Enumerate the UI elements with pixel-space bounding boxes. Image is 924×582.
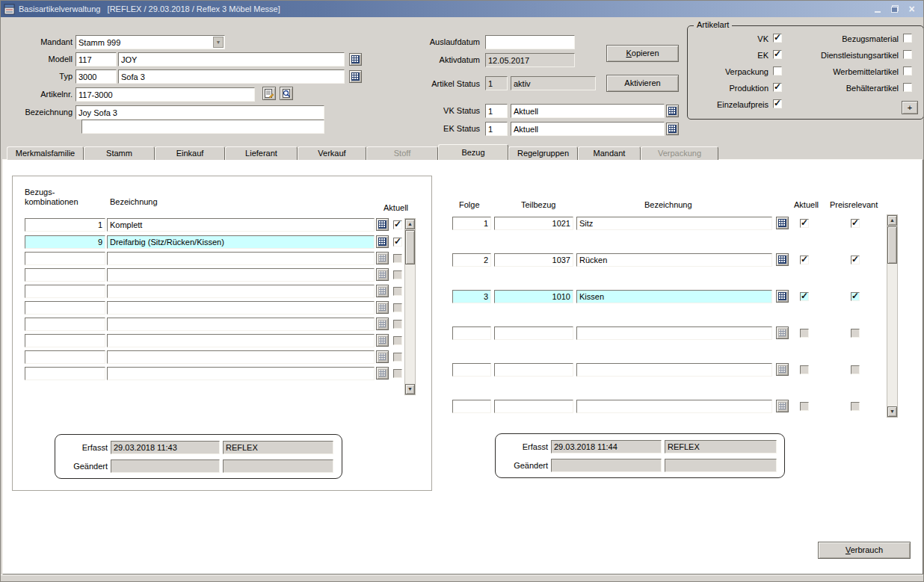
bezugskombination-bezeichnung-field[interactable] bbox=[107, 350, 375, 364]
vk-status-code-field[interactable] bbox=[485, 104, 508, 118]
bezugskombination-nr-field[interactable] bbox=[25, 252, 105, 265]
kopieren-button[interactable]: Kopieren bbox=[606, 45, 679, 62]
lov-button[interactable] bbox=[776, 253, 789, 266]
folge-field[interactable] bbox=[452, 217, 491, 230]
folge-field[interactable] bbox=[452, 253, 491, 267]
artikelart-ek-checkbox[interactable] bbox=[773, 50, 782, 59]
modell-code-field[interactable] bbox=[76, 52, 117, 66]
folge-field[interactable] bbox=[452, 326, 491, 340]
teilbezug-field[interactable] bbox=[494, 363, 573, 377]
folge-field[interactable] bbox=[452, 400, 491, 413]
tab-stamm[interactable]: Stamm bbox=[84, 146, 155, 160]
scrollbar-thumb[interactable] bbox=[887, 226, 897, 264]
restore-button[interactable] bbox=[889, 4, 900, 15]
tab-einkauf[interactable]: Einkauf bbox=[155, 146, 225, 160]
mandant-field[interactable] bbox=[76, 35, 225, 49]
modell-lov-button[interactable] bbox=[349, 53, 362, 66]
teilbezug-field[interactable] bbox=[494, 400, 573, 413]
scroll-down-button[interactable]: ▼ bbox=[405, 384, 415, 394]
artikelart-werbemittelartikel-checkbox[interactable] bbox=[903, 66, 912, 75]
tab-regelgruppen[interactable]: Regelgruppen bbox=[508, 146, 578, 160]
folge-field[interactable] bbox=[452, 290, 491, 303]
teilbezug-bezeichnung-field[interactable] bbox=[576, 290, 772, 303]
lov-button[interactable] bbox=[776, 290, 789, 303]
bezugskombination-nr-field[interactable] bbox=[25, 367, 105, 380]
vk-status-text-field[interactable] bbox=[511, 104, 665, 118]
teilbezug-field[interactable] bbox=[494, 217, 573, 230]
bezugskombination-bezeichnung-field[interactable] bbox=[107, 301, 375, 315]
bezugskombination-bezeichnung-field[interactable] bbox=[107, 218, 375, 232]
tab-merkmalsfamilie[interactable]: Merkmalsfamilie bbox=[7, 146, 84, 160]
artikelart-verpackung-checkbox[interactable] bbox=[773, 66, 782, 75]
verbrauch-button[interactable]: Verbrauch bbox=[818, 542, 911, 559]
lov-button[interactable] bbox=[776, 217, 789, 229]
scrollbar-thumb[interactable] bbox=[405, 230, 415, 264]
aktuell-checkbox[interactable] bbox=[393, 220, 402, 229]
tab-bezug[interactable]: Bezug bbox=[438, 144, 508, 160]
mandant-dropdown-button[interactable]: ▼ bbox=[213, 37, 224, 48]
teilbezug-field[interactable] bbox=[494, 253, 573, 267]
modell-name-field[interactable] bbox=[118, 52, 345, 66]
artikelart-plus-button[interactable]: + bbox=[902, 101, 918, 114]
bezugskombination-bezeichnung-field[interactable] bbox=[107, 252, 375, 265]
scroll-down-button[interactable]: ▼ bbox=[887, 406, 897, 417]
bezugskombination-bezeichnung-field[interactable] bbox=[107, 367, 375, 380]
bezugskombination-nr-field[interactable] bbox=[25, 218, 105, 232]
teilbezug-bezeichnung-field[interactable] bbox=[576, 217, 772, 230]
bezeichnung2-field[interactable] bbox=[81, 120, 324, 134]
bezugskombinationen-scrollbar[interactable]: ▲ ▼ bbox=[404, 218, 416, 395]
minimize-button[interactable] bbox=[872, 4, 883, 15]
artikelnr-edit-button[interactable] bbox=[262, 87, 276, 100]
tab-lieferant[interactable]: Lieferant bbox=[225, 146, 298, 160]
bezeichnung-field[interactable] bbox=[76, 105, 324, 120]
aktuell-checkbox[interactable] bbox=[393, 238, 402, 247]
bezugskombination-nr-field[interactable] bbox=[25, 334, 105, 347]
aktivieren-button[interactable]: Aktivieren bbox=[606, 75, 679, 92]
bezugskombination-bezeichnung-field[interactable] bbox=[107, 334, 375, 347]
typ-lov-button[interactable] bbox=[349, 70, 362, 83]
bezugskombination-nr-field[interactable] bbox=[25, 268, 105, 282]
scroll-up-button[interactable]: ▲ bbox=[405, 219, 415, 229]
lov-button[interactable] bbox=[376, 235, 389, 248]
auslaufdatum-field[interactable] bbox=[485, 35, 575, 49]
bezugskombination-bezeichnung-field[interactable] bbox=[107, 285, 375, 298]
bezugskombination-nr-field[interactable] bbox=[25, 350, 105, 364]
typ-name-field[interactable] bbox=[118, 69, 345, 84]
aktuell-checkbox[interactable] bbox=[800, 256, 809, 264]
teilbezug-field[interactable] bbox=[494, 290, 573, 303]
aktuell-checkbox[interactable] bbox=[800, 292, 809, 301]
artikelart-vk-checkbox[interactable] bbox=[773, 34, 782, 43]
teilbezuege-scrollbar[interactable]: ▲ ▼ bbox=[887, 214, 898, 418]
ek-status-lov-button[interactable] bbox=[666, 123, 679, 135]
artikelart-behaelterartikel-checkbox[interactable] bbox=[903, 83, 912, 92]
artikelnr-search-button[interactable] bbox=[280, 87, 293, 100]
artikelnr-field[interactable] bbox=[76, 87, 255, 102]
preisrelevant-checkbox[interactable] bbox=[851, 219, 860, 228]
preisrelevant-checkbox[interactable] bbox=[851, 292, 860, 301]
typ-code-field[interactable] bbox=[76, 69, 117, 84]
teilbezug-bezeichnung-field[interactable] bbox=[576, 326, 772, 340]
artikelart-produktion-checkbox[interactable] bbox=[773, 83, 782, 92]
tab-mandant[interactable]: Mandant bbox=[578, 146, 641, 160]
teilbezug-bezeichnung-field[interactable] bbox=[576, 400, 772, 413]
teilbezug-bezeichnung-field[interactable] bbox=[576, 253, 772, 267]
teilbezug-field[interactable] bbox=[494, 326, 573, 340]
ek-status-text-field[interactable] bbox=[511, 122, 665, 136]
preisrelevant-checkbox[interactable] bbox=[851, 256, 860, 264]
teilbezug-bezeichnung-field[interactable] bbox=[576, 363, 772, 377]
bezugskombination-nr-field[interactable] bbox=[25, 235, 105, 249]
artikelart-einzelaufpreis-checkbox[interactable] bbox=[773, 99, 782, 108]
bezugskombination-nr-field[interactable] bbox=[25, 301, 105, 315]
ek-status-code-field[interactable] bbox=[485, 122, 508, 136]
scroll-up-button[interactable]: ▲ bbox=[887, 215, 897, 226]
artikelart-bezugsmaterial-checkbox[interactable] bbox=[903, 34, 912, 43]
bezugskombination-bezeichnung-field[interactable] bbox=[107, 235, 375, 249]
bezugskombination-bezeichnung-field[interactable] bbox=[107, 318, 375, 331]
bezugskombination-nr-field[interactable] bbox=[25, 285, 105, 298]
vk-status-lov-button[interactable] bbox=[666, 105, 679, 117]
tab-verkauf[interactable]: Verkauf bbox=[298, 146, 366, 160]
bezugskombination-bezeichnung-field[interactable] bbox=[107, 268, 375, 282]
app-icon[interactable] bbox=[4, 4, 15, 15]
bezugskombination-nr-field[interactable] bbox=[25, 318, 105, 331]
aktuell-checkbox[interactable] bbox=[800, 219, 809, 228]
